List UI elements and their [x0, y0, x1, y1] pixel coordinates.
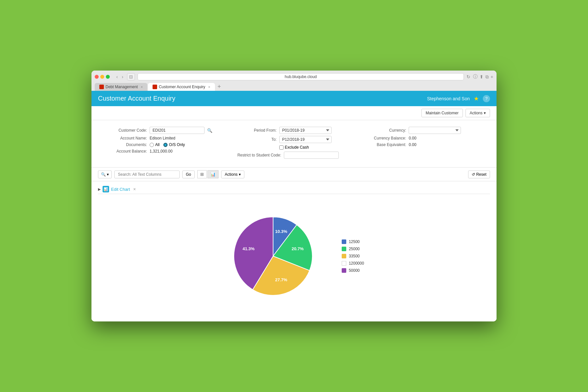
view-toggle: ⊞ 📊 [197, 170, 219, 178]
form-col-3: Currency: Currency Balance: 0.00 Base Eq… [364, 127, 483, 161]
form-section: Customer Code: 🔍 Account Name: Edison Li… [91, 120, 497, 167]
period-from-row: Period From: P01/2018-19 [237, 127, 351, 134]
restrict-student-input[interactable] [284, 152, 339, 159]
customer-code-input[interactable] [150, 127, 204, 134]
documents-radio-group: All O/S Only [150, 142, 185, 147]
legend-item-33500: 33500 [342, 254, 364, 258]
browser-window: ‹ › ⊟ hub.bluqube.cloud ↻ ⓘ ⬆ ⧉ + Debt M… [91, 71, 497, 321]
reload-button[interactable]: ↻ [466, 74, 470, 79]
fullscreen-button[interactable] [106, 75, 110, 79]
account-name-row: Account Name: Edison Limited [108, 136, 221, 140]
share-button[interactable]: ⬆ [480, 74, 483, 80]
chart-container: 10.3%20.7%27.7%41.3% 12500 25000 33500 [98, 201, 490, 312]
restrict-student-row: Restrict to Student Code: [237, 152, 351, 159]
minimize-button[interactable] [100, 75, 104, 79]
period-from-select[interactable]: P01/2018-19 [279, 127, 332, 134]
legend-color-33500 [342, 254, 346, 258]
period-to-label: To: [237, 137, 277, 142]
svg-text:27.7%: 27.7% [275, 277, 287, 282]
legend-item-12500: 12500 [342, 239, 364, 244]
back-button[interactable]: ‹ [115, 74, 119, 80]
currency-label: Currency: [367, 128, 406, 133]
tab-label-debt: Debt Management [106, 85, 138, 89]
browser-chrome: ‹ › ⊟ hub.bluqube.cloud ↻ ⓘ ⬆ ⧉ + Debt M… [91, 71, 497, 91]
reset-icon: ↺ [472, 172, 475, 177]
help-icon[interactable]: ? [483, 95, 490, 102]
app-toolbar: Maintain Customer Actions ▾ [91, 106, 497, 120]
tab-debt-management[interactable]: Debt Management × [95, 83, 147, 91]
form-grid: Customer Code: 🔍 Account Name: Edison Li… [105, 127, 483, 161]
documents-row: Documents: All O/S Only [108, 142, 221, 147]
company-name: Stephenson and Son [427, 96, 470, 101]
tab-customer-account[interactable]: Customer Account Enquiry × [148, 83, 215, 91]
currency-select[interactable] [409, 127, 461, 134]
restrict-student-label: Restrict to Student Code: [237, 153, 281, 157]
radio-all-label[interactable]: All [150, 142, 159, 147]
chart-expand-arrow[interactable]: ▶ [98, 187, 101, 191]
exclude-cash-text: Exclude Cash [285, 145, 309, 150]
search-filter-button[interactable]: 🔍 ▾ [98, 171, 112, 178]
account-balance-label: Account Balance: [108, 149, 147, 154]
exclude-cash-row: Exclude Cash [237, 145, 351, 150]
grid-view-button[interactable]: ⊞ [197, 170, 207, 178]
info-button[interactable]: ⓘ [473, 74, 478, 80]
tab-label-customer: Customer Account Enquiry [159, 85, 205, 89]
search-bar: 🔍 ▾ Go ⊞ 📊 Actions ▾ ↺ Reset [91, 167, 497, 181]
maintain-customer-button[interactable]: Maintain Customer [421, 109, 463, 117]
reset-button[interactable]: ↺ Reset [468, 171, 490, 178]
tab-close-debt[interactable]: × [141, 85, 143, 89]
chart-tab-bar: ▶ 📊 Edit Chart × [98, 185, 490, 194]
actions-chevron-icon: ▾ [484, 111, 486, 115]
actions-label: Actions [470, 111, 482, 115]
radio-all[interactable] [150, 143, 154, 147]
chart-view-button[interactable]: 📊 [207, 170, 219, 178]
browser-tabs: Debt Management × Customer Account Enqui… [95, 83, 493, 91]
search-icon: 🔍 [101, 172, 106, 177]
period-to-row: To: P12/2018-19 [237, 136, 351, 143]
new-tab-button[interactable]: + [216, 83, 223, 90]
radio-all-text: All [155, 142, 159, 147]
tab-close-customer[interactable]: × [208, 85, 210, 89]
currency-row: Currency: [367, 127, 480, 134]
sidebar-toggle[interactable]: ⊟ [127, 73, 135, 80]
search-actions-chevron: ▾ [239, 172, 241, 177]
radio-os-only[interactable] [163, 143, 168, 147]
chart-legend: 12500 25000 33500 1200000 [342, 239, 364, 273]
go-button[interactable]: Go [182, 171, 195, 178]
app-header: Customer Account Enquiry Stephenson and … [91, 91, 497, 106]
fullscreen-browser-button[interactable]: ⧉ [485, 74, 489, 80]
radio-os-label[interactable]: O/S Only [163, 142, 185, 147]
customer-code-label: Customer Code: [108, 128, 147, 133]
customer-code-search-button[interactable]: 🔍 [207, 128, 212, 133]
legend-color-1200000 [342, 261, 346, 266]
traffic-lights [95, 75, 110, 79]
header-actions-button[interactable]: Actions ▾ [466, 109, 490, 117]
legend-label-1200000: 1200000 [349, 261, 364, 266]
tab-favicon-customer [153, 85, 157, 89]
form-col-1: Customer Code: 🔍 Account Name: Edison Li… [105, 127, 224, 161]
search-actions-label: Actions [225, 172, 237, 177]
period-from-label: Period From: [237, 128, 277, 133]
favorite-icon[interactable]: ★ [474, 95, 479, 102]
chart-tab-label[interactable]: Edit Chart [111, 187, 130, 192]
chart-tab-close[interactable]: × [133, 187, 136, 192]
search-input[interactable] [114, 171, 180, 178]
exclude-cash-checkbox[interactable] [279, 145, 284, 150]
address-bar[interactable]: hub.bluqube.cloud [138, 73, 464, 80]
close-button[interactable] [95, 75, 99, 79]
account-balance-row: Account Balance: 1,321,000.00 [108, 149, 221, 154]
account-name-value: Edison Limited [150, 136, 175, 140]
radio-os-text: O/S Only [169, 142, 185, 147]
legend-label-12500: 12500 [349, 239, 360, 244]
customer-code-row: Customer Code: 🔍 [108, 127, 221, 134]
new-tab-plus-button[interactable]: + [491, 74, 493, 80]
period-to-select[interactable]: P12/2018-19 [279, 136, 332, 143]
exclude-cash-label[interactable]: Exclude Cash [279, 145, 309, 150]
tab-favicon-debt [99, 85, 104, 89]
svg-text:41.3%: 41.3% [242, 246, 254, 251]
search-actions-button[interactable]: Actions ▾ [221, 171, 244, 178]
legend-label-33500: 33500 [349, 254, 360, 258]
forward-button[interactable]: › [121, 74, 125, 80]
documents-label: Documents: [108, 142, 147, 147]
chart-tab-icon: 📊 [103, 186, 109, 192]
